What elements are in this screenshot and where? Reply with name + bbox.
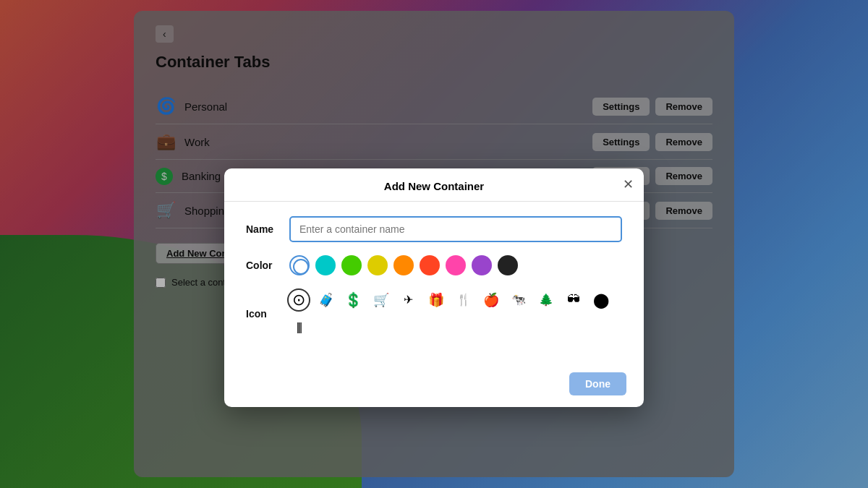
add-container-modal: Add New Container ✕ Name Color (224, 168, 644, 407)
container-name-input[interactable] (289, 216, 622, 242)
icon-option-glasses[interactable]: 🕶 (562, 288, 585, 312)
color-option-purple[interactable] (472, 255, 492, 275)
icon-option-dollar[interactable]: 💲 (342, 288, 365, 312)
color-options (289, 255, 518, 275)
icon-option-fork-knife[interactable]: 🍴 (452, 288, 475, 312)
name-label: Name (246, 223, 289, 235)
modal-overlay: Add New Container ✕ Name Color (0, 0, 868, 488)
color-option-black[interactable] (498, 255, 518, 275)
modal-close-button[interactable]: ✕ (623, 176, 634, 192)
color-option-blue-outline[interactable] (289, 255, 310, 275)
icon-option-plane[interactable]: ✈ (397, 288, 420, 312)
color-option-orange[interactable] (393, 255, 414, 275)
color-option-green[interactable] (341, 255, 362, 275)
color-option-teal[interactable] (315, 255, 336, 275)
name-row: Name (246, 216, 622, 242)
icon-row: Icon ⊙ 🧳 💲 🛒 ✈ 🎁 🍴 🍎 🐄 🌲 🕶 ⬤ ||| (246, 288, 622, 339)
icon-option-tree[interactable]: 🌲 (535, 288, 558, 312)
color-option-pink[interactable] (446, 255, 466, 275)
icon-option-circle[interactable]: ⬤ (590, 288, 613, 312)
modal-header: Add New Container ✕ (224, 168, 644, 202)
color-option-red-orange[interactable] (420, 255, 440, 275)
icon-option-fruit[interactable]: 🍎 (480, 288, 503, 312)
color-label: Color (246, 260, 289, 271)
icon-label: Icon (246, 308, 287, 320)
icon-option-pet[interactable]: 🐄 (507, 288, 530, 312)
modal-title: Add New Container (384, 180, 484, 192)
icon-option-gift[interactable]: 🎁 (425, 288, 448, 312)
color-row: Color (246, 255, 622, 275)
icon-option-fence[interactable]: ||| (287, 316, 310, 339)
icon-option-briefcase[interactable]: 🧳 (315, 288, 338, 312)
icon-options: ⊙ 🧳 💲 🛒 ✈ 🎁 🍴 🍎 🐄 🌲 🕶 ⬤ ||| (287, 288, 622, 339)
color-option-yellow[interactable] (367, 255, 388, 275)
icon-option-cart[interactable]: 🛒 (370, 288, 393, 312)
modal-footer: Done (224, 364, 644, 407)
icon-option-fingerprint[interactable]: ⊙ (287, 288, 310, 312)
modal-body: Name Color Ico (224, 202, 644, 364)
done-button[interactable]: Done (569, 372, 626, 395)
